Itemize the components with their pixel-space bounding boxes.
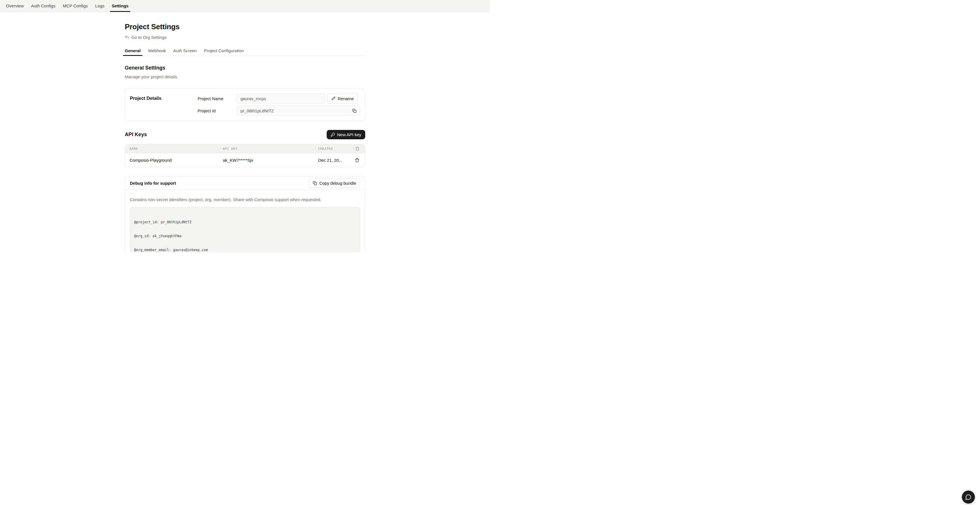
general-settings-subtitle: Manage your project details. xyxy=(125,74,365,79)
project-id-label: Project Id xyxy=(198,108,237,113)
page-title: Project Settings xyxy=(125,22,365,31)
api-keys-title: API Keys xyxy=(125,132,147,138)
nav-tab-overview[interactable]: Overview xyxy=(4,0,25,12)
back-link-label: Go to Org Settings xyxy=(131,35,167,40)
code-line: @org_member_email: gaurav@inkeep.com xyxy=(134,248,356,252)
main-content: Project Settings Go to Org Settings Gene… xyxy=(125,22,365,253)
rename-button-label: Rename xyxy=(338,96,354,101)
debug-card-body: Contains non-secret identifiers (project… xyxy=(125,190,365,253)
debug-card-title: Debug info for support xyxy=(130,181,176,186)
trash-icon xyxy=(355,147,359,151)
go-to-org-settings-link[interactable]: Go to Org Settings xyxy=(125,35,167,40)
top-navigation: Overview Auth Configs MCP Configs Logs S… xyxy=(0,0,490,12)
tab-general[interactable]: General xyxy=(123,48,142,56)
debug-card-header: Debug info for support Copy debug bundle xyxy=(125,177,365,190)
column-header-name: NAME xyxy=(125,147,223,151)
column-header-api-key: API KEY xyxy=(223,147,318,151)
api-keys-table: NAME API KEY CREATED Composio-Playground… xyxy=(125,144,365,167)
copy-debug-bundle-label: Copy debug bundle xyxy=(319,181,356,186)
new-api-key-label: New API key xyxy=(337,132,361,137)
project-name-input[interactable] xyxy=(237,93,325,104)
key-icon xyxy=(331,132,335,137)
project-details-card: Project Details Project Name Rename Proj… xyxy=(125,88,365,121)
api-keys-header: API Keys New API key xyxy=(125,130,365,139)
project-id-value: pr_06th1pLdNtTZ xyxy=(240,108,274,113)
trash-icon xyxy=(355,158,359,162)
nav-tab-auth-configs[interactable]: Auth Configs xyxy=(30,0,57,12)
tab-webhook[interactable]: Webhook xyxy=(146,48,168,56)
delete-api-key-button[interactable] xyxy=(355,158,359,162)
column-header-created: CREATED xyxy=(318,147,349,151)
corner-up-left-icon xyxy=(125,35,129,40)
project-name-row: Project Name Rename xyxy=(198,93,360,104)
code-line: @org_id: ok_jVveqqkYFWa- xyxy=(134,234,356,238)
project-id-row: Project Id pr_06th1pLdNtTZ xyxy=(198,105,360,116)
api-key-name: Composio-Playground xyxy=(125,158,223,162)
project-details-form: Project Name Rename Project Id pr_06th1p… xyxy=(198,93,360,116)
table-row: Composio-Playground ak_KW7*****Sjv Dec 2… xyxy=(125,153,365,167)
copy-icon xyxy=(352,109,356,113)
copy-project-id-button[interactable] xyxy=(352,109,356,113)
nav-tab-mcp-configs[interactable]: MCP Configs xyxy=(61,0,89,12)
nav-tab-settings[interactable]: Settings xyxy=(110,0,130,12)
project-id-field: pr_06th1pLdNtTZ xyxy=(237,105,360,116)
pencil-icon xyxy=(331,96,336,100)
debug-info-card: Debug info for support Copy debug bundle… xyxy=(125,176,365,253)
new-api-key-button[interactable]: New API key xyxy=(327,130,365,139)
debug-description: Contains non-secret identifiers (project… xyxy=(130,197,360,202)
general-settings-title: General Settings xyxy=(125,65,365,71)
tab-auth-screen[interactable]: Auth Screen xyxy=(172,48,199,56)
copy-debug-bundle-button[interactable]: Copy debug bundle xyxy=(309,178,360,188)
project-details-title: Project Details xyxy=(130,93,198,116)
copy-icon xyxy=(313,181,317,185)
nav-tab-logs[interactable]: Logs xyxy=(94,0,107,12)
table-header-row: NAME API KEY CREATED xyxy=(125,144,365,153)
api-key-created: Dec 21, 20... xyxy=(318,158,349,162)
tab-project-configuration[interactable]: Project Configuration xyxy=(202,48,245,56)
api-key-value: ak_KW7*****Sjv xyxy=(223,158,318,162)
settings-tabs: General Webhook Auth Screen Project Conf… xyxy=(123,48,365,56)
project-name-label: Project Name xyxy=(198,96,237,101)
debug-code-block: @project_id: pr_06th1pLdNtTZ @org_id: ok… xyxy=(130,207,360,253)
rename-button[interactable]: Rename xyxy=(328,93,358,104)
code-line: @project_id: pr_06th1pLdNtTZ xyxy=(134,220,356,225)
